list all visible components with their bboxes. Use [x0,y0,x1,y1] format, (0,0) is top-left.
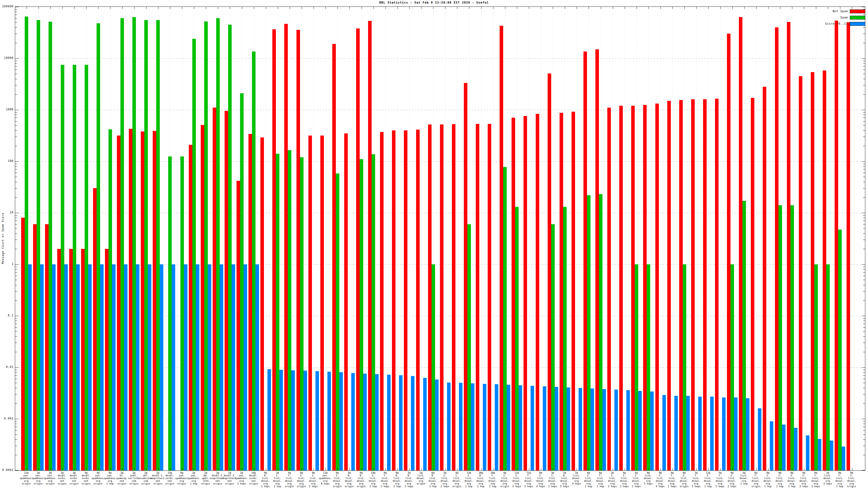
y-minor-tick [15,285,17,285]
x-top-tick [601,7,601,9]
x-group-label-line: Y. [692,474,701,477]
y-minor-tick [863,177,865,177]
bar-score-0-1- [758,408,762,470]
bar-score-0-1- [220,264,223,470]
bar-score-0-1- [794,428,798,470]
y-tick-label: 0.1 [0,314,13,317]
x-group-label-line: net [249,480,258,482]
x-group-label-line: org [175,480,188,482]
x-group-label: 3@1.list.dnswl.org3 hops [608,471,617,488]
x-bottom-tick [589,468,589,470]
x-group-label-line: zen. [20,474,33,477]
y-minor-tick [15,177,17,177]
x-group-label-line: 3 hops [405,485,414,488]
bar-spam [192,39,196,470]
x-group-label-line: list. [429,477,437,480]
bar-score-0-1- [363,373,367,470]
x-group-label-line: zen. [31,474,45,477]
x-bottom-tick [326,468,326,470]
bar-spam [372,154,375,470]
bar-score-0-1- [507,385,510,470]
bar-not-spam [201,125,204,470]
bar-not-spam [787,22,790,470]
y-minor-tick [863,221,865,221]
x-group-label-line: dnswl. [261,480,270,482]
y-minor-tick [15,146,17,146]
bar-spam [563,207,567,470]
x-group-label-line: 9@ [835,471,844,474]
x-group-label-line: list. [811,477,820,480]
x-bottom-tick [86,468,87,470]
bar-score-0-1- [148,264,151,470]
x-group-label-line: zen. [235,474,248,477]
x-group-label-line: dnswl. [500,480,509,482]
x-group-label-line: 1. [453,474,461,477]
x-bottom-tick [302,468,302,470]
y-minor-tick [15,118,17,118]
x-group-label-line: dnswl. [453,480,461,482]
x-top-tick [110,7,111,9]
x-group-label-line: 9@ [727,471,737,474]
y-minor-tick [863,249,865,249]
x-group-label-line: dnswl. [847,480,856,482]
x-group-label: 2@bl.spamcop.netorigin [116,471,128,485]
bar-not-spam [607,108,611,470]
x-bottom-tick [625,468,625,470]
x-group-label-line: dnswl. [357,480,366,482]
x-group-label-line: list. [644,474,653,477]
x-bottom-tick [469,468,469,470]
x-group-label-line: spamhaus. [235,477,248,480]
x-group-label-line: list. [608,477,617,480]
x-top-tick [146,7,147,9]
x-group-label-line: 9@ [536,471,545,474]
bar-not-spam [643,105,647,470]
x-group-label-line: 3 hops [823,482,832,485]
x-group-label-line: zen. [175,474,188,477]
y-major-tick [15,264,19,265]
x-group-label-line: org [429,482,437,485]
x-group-label-line: org [548,482,557,485]
x-group-label: 11@3.list.dnswl.org1 hop [704,471,713,488]
x-top-tick [445,7,445,9]
x-group-label-line: net [58,480,67,482]
x-group-label-line: org [285,482,294,485]
x-group-label-line: origin [91,482,105,485]
bar-score-0-1- [291,370,295,470]
bar-score-0-1- [590,389,594,470]
x-group-label-line: 0. [429,474,437,477]
y-minor-tick [15,324,17,324]
x-group-label-line: 2. [632,474,641,477]
x-group-label-line: 6@ [752,471,761,474]
bar-not-spam [512,118,515,470]
y-minor-tick [863,269,865,269]
x-top-tick [86,7,87,9]
x-gridline [541,7,541,470]
y-minor-tick [15,218,17,218]
x-group-label-line: org [752,482,761,485]
x-bottom-tick [218,468,218,470]
x-gridline [756,7,756,470]
x-group-label-line: dnswl. [464,480,473,482]
bar-not-spam [560,113,563,470]
x-group-label-line: list. [513,477,521,480]
bar-score-0-1- [555,387,558,470]
x-bottom-tick [720,468,721,470]
x-group-label-line: origin [500,485,509,488]
y-major-tick [862,316,865,316]
legend-item: Spam [825,14,865,21]
bar-score-0-1- [602,389,606,470]
bar-spam [25,17,28,470]
y-minor-tick [15,9,17,9]
x-group-label-line: list. [393,477,402,480]
bar-not-spam [500,26,503,470]
y-minor-tick [15,352,17,352]
legend-swatch-score-0-1- [850,22,865,26]
bar-not-spam [21,218,25,470]
x-bottom-tick [134,468,134,470]
x-bottom-tick [577,468,577,470]
x-group-label: 4@2.list.dnswl.orgorigin [500,471,509,488]
bar-not-spam [846,22,850,470]
x-group-label: 11@zen.spamhaus.orgorigin [20,471,33,485]
x-group-label: 3@1.list.dnswl.org1 hop [273,471,282,488]
x-group-label-line: dnswl. [620,480,629,482]
